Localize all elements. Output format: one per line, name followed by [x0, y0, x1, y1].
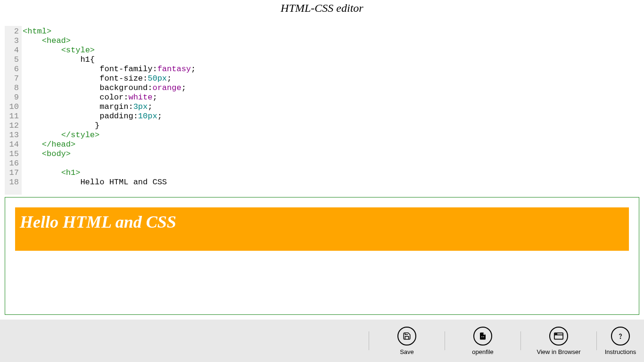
code-line[interactable]: background:orange; [23, 83, 639, 93]
app-title: HTML-CSS editor [0, 2, 644, 15]
code-line[interactable]: h1{ [23, 55, 639, 65]
line-number: 11 [5, 112, 22, 121]
line-number: 16 [5, 159, 22, 168]
code-line[interactable]: <html> [23, 27, 639, 36]
line-number: 7 [5, 74, 22, 83]
code-line[interactable]: margin:3px; [23, 102, 639, 112]
line-number: 12 [5, 121, 22, 131]
code-line[interactable]: <h1> [23, 168, 639, 178]
line-number: 17 [5, 168, 22, 178]
svg-point-4 [555, 333, 556, 334]
line-number: 15 [5, 149, 22, 159]
bottom-toolbar: Save openfile View in Browser [0, 320, 644, 362]
svg-point-5 [556, 333, 557, 334]
code-area[interactable]: <html> <head> <style> h1{ font-family:fa… [22, 26, 639, 195]
browser-icon [549, 327, 568, 346]
line-number: 2 [5, 27, 22, 36]
line-number: 9 [5, 93, 22, 102]
code-line[interactable]: <body> [23, 149, 639, 159]
openfile-button[interactable]: openfile [445, 324, 520, 357]
svg-point-6 [620, 337, 620, 338]
code-line[interactable]: </head> [23, 140, 639, 149]
preview-heading: Hello HTML and CSS [15, 207, 629, 251]
code-line[interactable]: color:white; [23, 93, 639, 102]
code-editor[interactable]: 23456789101112131415161718 <html> <head>… [5, 26, 639, 195]
openfile-label: openfile [472, 348, 494, 355]
code-line[interactable]: font-family:fantasy; [23, 65, 639, 74]
line-number: 5 [5, 55, 22, 65]
preview-pane: Hello HTML and CSS [5, 197, 639, 315]
code-line[interactable]: <head> [23, 36, 639, 46]
code-line[interactable]: font-size:50px; [23, 74, 639, 83]
save-button[interactable]: Save [369, 324, 445, 357]
line-number: 18 [5, 178, 22, 187]
view-in-browser-button[interactable]: View in Browser [521, 324, 596, 357]
line-number: 4 [5, 46, 22, 55]
line-number: 13 [5, 131, 22, 140]
help-icon [611, 327, 630, 346]
code-line[interactable]: </style> [23, 131, 639, 140]
view-label: View in Browser [537, 348, 581, 355]
line-number: 10 [5, 102, 22, 112]
file-icon [473, 327, 492, 346]
app-header: HTML-CSS editor [0, 0, 644, 16]
save-label: Save [400, 348, 414, 355]
svg-rect-1 [483, 336, 484, 337]
save-icon [397, 327, 416, 346]
line-number: 3 [5, 36, 22, 46]
code-line[interactable]: <style> [23, 46, 639, 55]
code-line[interactable]: Hello HTML and CSS [23, 178, 639, 187]
instructions-button[interactable]: Instructions [597, 324, 644, 357]
svg-rect-0 [481, 336, 482, 337]
line-number-gutter: 23456789101112131415161718 [5, 26, 22, 195]
code-line[interactable]: } [23, 121, 639, 131]
instructions-label: Instructions [605, 348, 636, 355]
line-number: 6 [5, 65, 22, 74]
line-number: 8 [5, 83, 22, 93]
code-line[interactable]: padding:10px; [23, 112, 639, 121]
line-number: 14 [5, 140, 22, 149]
code-line[interactable] [23, 159, 639, 168]
